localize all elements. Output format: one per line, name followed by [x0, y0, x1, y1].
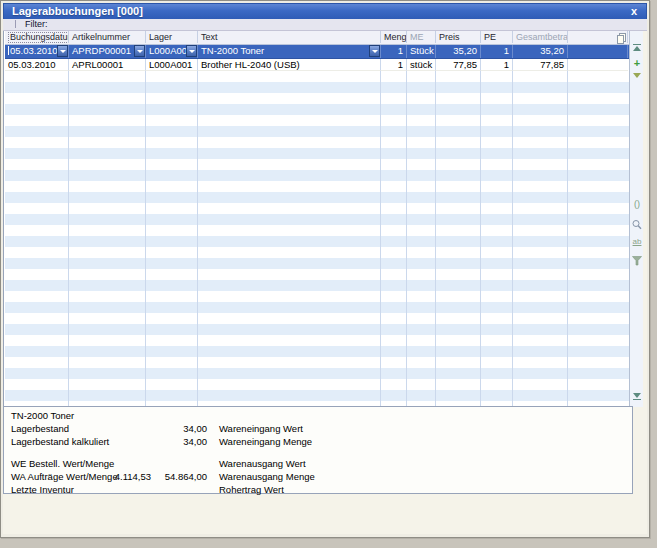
grid-cell-lager[interactable]: L000A001 [146, 45, 198, 58]
grid-cell-preis[interactable]: 35,20 [436, 45, 481, 58]
grid-cell-empty [568, 346, 628, 357]
grid-cell-lager[interactable]: L000A001 [146, 59, 198, 71]
grid-cell-empty [381, 170, 407, 181]
grid-cell-text[interactable]: Brother HL-2040 (USB) [198, 59, 381, 71]
empty-grid-row [5, 269, 629, 280]
grid-cell-empty [568, 115, 628, 126]
empty-grid-row [5, 159, 629, 170]
grid-cell-pe[interactable]: 1 [481, 45, 513, 58]
parentheses-icon[interactable]: () [631, 199, 643, 211]
grid-cell-empty [481, 71, 513, 82]
grid-cell-gesamtbetrag[interactable]: 77,85 [513, 59, 568, 71]
grid-cell-menge[interactable]: 1 [381, 59, 407, 71]
dropdown-icon[interactable] [369, 45, 380, 57]
summary-value [104, 457, 151, 470]
empty-grid-row [5, 104, 629, 115]
dropdown-icon[interactable] [134, 45, 145, 57]
column-header-preis[interactable]: Preis [436, 31, 481, 43]
grid-cell-empty [481, 390, 513, 401]
grid-cell-empty [146, 104, 198, 115]
close-button[interactable]: x [631, 4, 637, 18]
grid-cell-empty [198, 346, 381, 357]
grid-cell-empty [69, 126, 146, 137]
grid-cell-empty [568, 236, 628, 247]
grid-cell-empty [381, 203, 407, 214]
grid-cell-empty [381, 104, 407, 115]
grid-cell-empty [436, 335, 481, 346]
grid-cell-empty [198, 368, 381, 379]
grid-cell-empty [481, 203, 513, 214]
grid-cell-empty [69, 302, 146, 313]
grid-cell-empty [5, 170, 69, 181]
grid-cell-empty [407, 82, 436, 93]
grid-cell-artikelnummer[interactable]: APRDP00001 [69, 45, 146, 58]
grid-cell-empty [436, 302, 481, 313]
app-window: Lagerabbuchungen [000] x Filter: Buchung… [0, 0, 650, 538]
grid-cell-empty [146, 225, 198, 236]
column-header-artikelnummer[interactable]: Artikelnummer [69, 31, 146, 43]
grid-cell-empty [513, 82, 568, 93]
grid-cell-empty [5, 181, 69, 192]
grid-cell-empty [381, 181, 407, 192]
grid-cell-empty [146, 390, 198, 401]
empty-grid-row [5, 390, 629, 401]
grid-cell-empty [436, 357, 481, 368]
column-header-buchungsdatum[interactable]: Buchungsdatum [5, 31, 69, 43]
table-row-selected[interactable]: 05.03.2010 APRDP00001 L000A001 TN-2000 T… [5, 45, 629, 59]
dropdown-icon[interactable] [186, 45, 197, 57]
grid-cell-empty [481, 269, 513, 280]
grid-cell-empty [381, 357, 407, 368]
add-record-icon[interactable]: + [631, 58, 643, 70]
text-search-icon[interactable]: ab [631, 237, 643, 249]
grid-cell-artikelnummer[interactable]: APRL00001 [69, 59, 146, 71]
filter-icon[interactable] [631, 253, 643, 265]
column-header-pe[interactable]: PE [481, 31, 513, 43]
summary-article-name: TN-2000 Toner [11, 409, 104, 422]
scroll-to-end-icon[interactable] [631, 391, 643, 403]
grid-cell-empty [198, 181, 381, 192]
grid-cell-preis[interactable]: 77,85 [436, 59, 481, 71]
grid-cell-empty [381, 302, 407, 313]
empty-grid-row [5, 379, 629, 390]
scroll-down-icon[interactable] [631, 70, 643, 82]
summary-value [151, 483, 207, 496]
grid-cell-me[interactable]: Stück [407, 45, 436, 58]
grid-cell-menge[interactable]: 1 [381, 45, 407, 58]
grid-cell-buchungsdatum[interactable]: 05.03.2010 [5, 59, 69, 71]
grid-cell-empty [568, 93, 628, 104]
search-icon[interactable] [631, 217, 643, 229]
grid-cell-empty [198, 214, 381, 225]
column-header-menge[interactable]: Menge [381, 31, 407, 43]
summary-spacer [11, 448, 632, 457]
grid-cell-text[interactable]: TN-2000 Toner [198, 45, 381, 58]
grid-cell-empty [436, 280, 481, 291]
summary-value: 34,00 [151, 435, 207, 448]
grid-cell-me[interactable]: stück [407, 59, 436, 71]
column-header-lager[interactable]: Lager [146, 31, 198, 43]
dropdown-icon[interactable] [57, 45, 68, 57]
grid-cell-gesamtbetrag[interactable]: 35,20 [513, 45, 568, 58]
column-header-text[interactable]: Text [198, 31, 381, 43]
copy-icon[interactable] [616, 31, 628, 43]
grid-table: Buchungsdatum Artikelnummer Lager Text M… [5, 31, 629, 407]
grid-cell-empty [513, 236, 568, 247]
grid-cell-empty [407, 181, 436, 192]
grid-cell-empty [568, 104, 628, 115]
summary-value: 34,00 [151, 422, 207, 435]
grid-cell-pe[interactable]: 1 [481, 59, 513, 71]
grid-cell-empty [146, 346, 198, 357]
grid-cell-empty [146, 368, 198, 379]
grid-cell-empty [407, 104, 436, 115]
grid-cell-buchungsdatum[interactable]: 05.03.2010 [5, 45, 69, 58]
grid-cell-empty [436, 137, 481, 148]
grid-cell-empty [568, 148, 628, 159]
grid-cell-empty [5, 82, 69, 93]
scroll-to-top-icon[interactable] [631, 43, 643, 55]
column-header-me[interactable]: ME [407, 31, 436, 43]
grid-cell-empty [407, 335, 436, 346]
title-bar[interactable]: Lagerabbuchungen [000] x [3, 3, 647, 20]
grid-cell-empty [436, 291, 481, 302]
table-row[interactable]: 05.03.2010 APRL00001 L000A001 Brother HL… [5, 59, 629, 71]
column-header-gesamtbetrag[interactable]: Gesamtbetrag [513, 31, 568, 43]
grid-cell-empty [198, 280, 381, 291]
